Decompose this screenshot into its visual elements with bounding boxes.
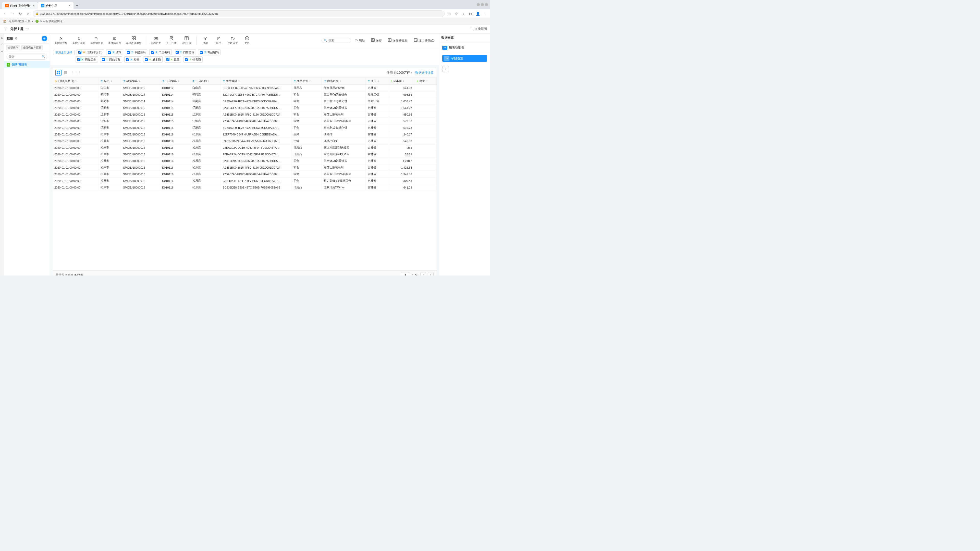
merge-ud-btn[interactable]: 上下合并 bbox=[165, 35, 178, 46]
merge-lr-btn[interactable]: 左右合并 bbox=[149, 35, 162, 46]
add-formula-col-btn[interactable]: fx 新增公式列 bbox=[53, 35, 69, 46]
save-update-toolbar-btn[interactable]: 保存并更新 bbox=[386, 37, 410, 44]
back-btn[interactable]: ← bbox=[2, 11, 8, 17]
refresh-toolbar-btn[interactable]: ↻ 刷新 bbox=[353, 37, 367, 44]
add-summary-col-btn[interactable]: Σ 新增汇总列 bbox=[71, 35, 87, 46]
field-checkbox-date[interactable] bbox=[78, 51, 81, 54]
sort-icon-product-type[interactable]: ▼ bbox=[309, 80, 311, 83]
drag-handle[interactable]: ⋮⋮⋮ bbox=[70, 71, 82, 75]
field-checkbox-city[interactable] bbox=[108, 51, 111, 54]
table-row: 2020-01-01 00:00:00松原市SMDBJ18000016D0101… bbox=[52, 151, 437, 158]
address-bar[interactable]: 🔒 192.168.171.80:8080/finebi/decision/v5… bbox=[33, 11, 445, 17]
lineage-view-btn[interactable]: ⋱ 血缘视图 bbox=[471, 27, 487, 31]
col-header-store-code[interactable]: T 门店编码 ▼ bbox=[160, 78, 190, 85]
right-panel-add-btn[interactable]: + bbox=[442, 66, 449, 72]
add-data-btn[interactable]: + bbox=[41, 36, 47, 41]
tab-2-close[interactable]: ✕ bbox=[68, 4, 70, 7]
col-header-quantity[interactable]: # 数量 ▼ bbox=[414, 78, 437, 85]
table-view-list-btn[interactable] bbox=[62, 70, 68, 76]
save-all-update-btn[interactable]: 全部保存并更新 bbox=[21, 45, 43, 50]
field-checkbox-order-code[interactable] bbox=[127, 51, 130, 54]
field-checkbox-store-name[interactable] bbox=[176, 51, 179, 54]
downloads-btn[interactable]: ↓ bbox=[460, 11, 466, 17]
home-btn[interactable]: ⌂ bbox=[25, 11, 31, 17]
more-btn[interactable]: 更多 bbox=[242, 35, 253, 46]
bookmark-btn[interactable]: ☆ bbox=[453, 11, 460, 17]
sidebar-icon-3[interactable]: ☰ bbox=[0, 49, 4, 52]
col-header-date[interactable]: ⊙ 日期(年月日) ▼ bbox=[52, 78, 99, 85]
refresh-btn[interactable]: ↻ bbox=[18, 11, 24, 17]
profile-btn[interactable]: 👤 bbox=[475, 11, 481, 17]
sort-btn[interactable]: 排序 bbox=[213, 35, 224, 46]
browser-tab-2[interactable]: 分 分析主题 ✕ bbox=[38, 2, 73, 9]
add-value-col-btn[interactable]: T↓ 新增赋值列 bbox=[89, 35, 105, 46]
field-checkbox-product-code[interactable] bbox=[200, 51, 203, 54]
sort-icon-product-code[interactable]: ▼ bbox=[238, 80, 240, 83]
translate-btn[interactable]: ⊞ bbox=[446, 11, 452, 17]
minimize-btn[interactable] bbox=[477, 3, 480, 6]
sidebar-toggle[interactable]: ☰ bbox=[3, 27, 8, 32]
use-select[interactable]: 使用 前1000万行 ▾ bbox=[387, 71, 412, 75]
col-header-cost[interactable]: # 成本额 ▼ bbox=[388, 78, 414, 85]
col-header-product-code[interactable]: T 商品编码 ▼ bbox=[221, 78, 291, 85]
sort-icon-quantity[interactable]: ▼ bbox=[426, 80, 428, 83]
exit-preview-toolbar-btn[interactable]: 退出并预览 bbox=[412, 37, 436, 44]
field-setting-item[interactable]: T6 字段设置 bbox=[442, 55, 487, 62]
browser-tab-1[interactable]: B FineBI商业智能 ✕ bbox=[2, 2, 38, 9]
save-toolbar-btn[interactable]: 保存 bbox=[369, 37, 384, 44]
field-checkbox-quantity[interactable] bbox=[166, 58, 169, 61]
extensions-btn[interactable]: ⊡ bbox=[468, 11, 474, 17]
sidebar-icon-1[interactable]: ⊡ bbox=[0, 36, 4, 39]
page-prev-btn[interactable]: ‹ bbox=[420, 272, 426, 275]
sort-icon-province[interactable]: ▼ bbox=[377, 80, 380, 83]
sort-icon-store-code[interactable]: ▼ bbox=[177, 80, 180, 83]
page-next-btn[interactable]: › bbox=[428, 272, 434, 275]
col-header-order-code[interactable]: T 单据编码 ▼ bbox=[121, 78, 160, 85]
sidebar-icon-2[interactable]: ≡ bbox=[0, 42, 4, 46]
sort-icon-order-code[interactable]: ▼ bbox=[138, 80, 141, 83]
page-input[interactable] bbox=[401, 272, 410, 275]
field-checkbox-sales[interactable] bbox=[185, 58, 188, 61]
field-checkbox-cost[interactable] bbox=[145, 58, 148, 61]
group-summary-btn[interactable]: 分组汇总 bbox=[180, 35, 193, 46]
maximize-btn[interactable] bbox=[481, 3, 484, 6]
field-settings-btn[interactable]: To 字段设置 bbox=[226, 35, 239, 46]
col-header-product-name[interactable]: T 商品名称 ▼ bbox=[322, 78, 366, 85]
sort-icon-cost[interactable]: ▼ bbox=[402, 80, 405, 83]
data-panel-settings-icon[interactable]: ⚙ bbox=[15, 37, 18, 40]
field-checkbox-product-type[interactable] bbox=[77, 58, 80, 61]
close-window-btn[interactable] bbox=[485, 3, 488, 6]
cancel-all-btn[interactable]: 取消全部选择 bbox=[53, 50, 75, 55]
table-cell-15-1: 松原市 bbox=[99, 184, 121, 191]
menu-btn[interactable]: ⋮ bbox=[482, 11, 488, 17]
col-header-product-type[interactable]: T 商品类别 ▼ bbox=[291, 78, 322, 85]
toolbar-search-input[interactable] bbox=[328, 39, 349, 42]
sort-icon-product-name[interactable]: ▼ bbox=[339, 80, 342, 83]
tab-1-close[interactable]: ✕ bbox=[33, 4, 35, 7]
new-tab-btn[interactable]: + bbox=[73, 2, 81, 9]
other-add-btn[interactable]: 其他表添加列 bbox=[124, 35, 143, 46]
app-menu-dots[interactable]: ••• bbox=[25, 27, 29, 31]
field-checkbox-product-name[interactable] bbox=[102, 58, 105, 61]
data-search-input[interactable] bbox=[6, 54, 47, 60]
forward-btn[interactable]: → bbox=[10, 11, 16, 17]
sort-icon-city[interactable]: ▼ bbox=[110, 80, 113, 83]
data-table[interactable]: ⊙ 日期(年月日) ▼ T 城市 ▼ bbox=[52, 78, 437, 270]
col-name-store-name: 门店名称 bbox=[196, 79, 207, 83]
col-header-store-name[interactable]: T 门店名称 ▼ bbox=[190, 78, 221, 85]
col-header-city[interactable]: T 城市 ▼ bbox=[99, 78, 121, 85]
data-tree-item-sales[interactable]: 表 销售明细表 bbox=[4, 61, 50, 68]
source-item-sales[interactable]: xls 销售明细表 bbox=[442, 44, 487, 51]
sort-icon-date[interactable]: ▼ bbox=[75, 80, 77, 83]
compute-btn[interactable]: 数据进行计算 bbox=[415, 71, 434, 75]
save-all-btn[interactable]: 全部保存 bbox=[6, 45, 20, 50]
table-view-grid-btn[interactable] bbox=[56, 70, 62, 76]
table-row: 2020-01-01 00:00:00辽源市SMDBJ18000015D0101… bbox=[52, 124, 437, 131]
field-checkbox-store-code[interactable] bbox=[151, 51, 154, 54]
filter-btn[interactable]: 过滤 bbox=[200, 35, 211, 46]
merge-lr-label: 左右合并 bbox=[151, 41, 161, 45]
condition-label-btn[interactable]: 条件标签列 bbox=[107, 35, 123, 46]
sort-icon-store-name[interactable]: ▼ bbox=[207, 80, 210, 83]
col-header-province[interactable]: T 省份 ▼ bbox=[366, 78, 388, 85]
field-checkbox-province[interactable] bbox=[126, 58, 129, 61]
